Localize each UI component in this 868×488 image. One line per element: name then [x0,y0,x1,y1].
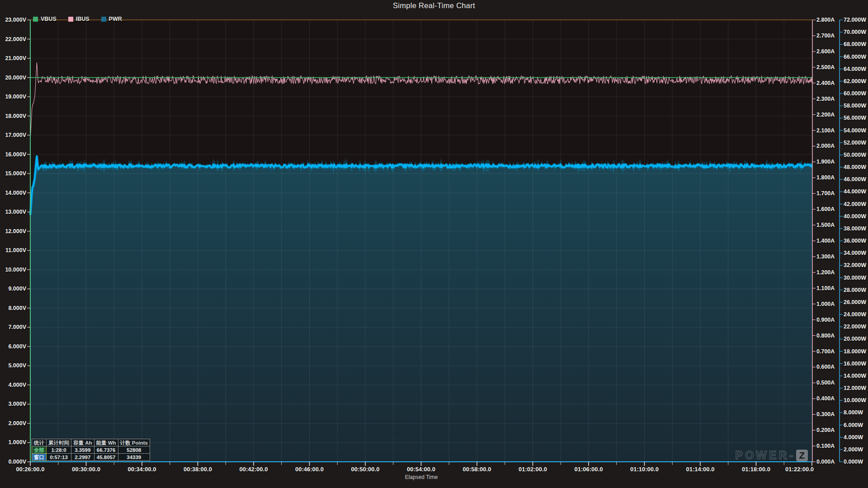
time-tick-label: 00:34:00.0 [128,466,156,473]
legend-label-pwr: PWR [109,16,122,22]
current-tick-label: 0.200A [816,427,835,433]
time-tick-label: 01:14:00.0 [686,466,715,473]
legend-label-vbus: VBUS [41,16,57,22]
current-tick-label: 0.800A [816,333,835,339]
current-tick-label: 2.000A [816,143,835,149]
stats-label-all: 全部 [32,446,47,454]
power-tick-label: 32.000W [844,262,866,268]
legend-item-ibus[interactable]: IBUS [68,16,90,22]
power-tick-label: 56.000W [844,115,866,121]
power-tick-label: 2.000W [844,446,863,453]
legend-item-vbus[interactable]: VBUS [33,16,57,22]
voltage-tick-label: 23.000V [0,17,26,23]
current-tick-label: 0.500A [816,380,835,386]
power-tick-label: 0.000W [844,459,863,465]
power-tick-label: 12.000W [844,385,866,391]
table-header-row: 统计 累计时间 容量 Ah 能量 Wh 计数 Points [32,439,150,446]
power-tick-label: 68.000W [844,41,866,47]
power-tick-label: 34.000W [844,250,866,256]
time-tick-label: 00:54:00.0 [407,466,435,473]
time-tick-label: 00:38:00.0 [184,466,212,473]
current-tick-label: 1.100A [816,285,835,291]
watermark-brand-text: POWER- [735,449,795,462]
plot-canvas[interactable] [0,0,868,488]
power-tick-label: 8.000W [844,409,863,416]
stats-window-time: 0:57:13 [47,454,71,461]
current-tick-label: 1.500A [816,222,835,228]
voltage-tick-label: 21.000V [0,55,26,61]
legend-item-pwr[interactable]: PWR [101,16,122,22]
time-tick-label: 01:06:00.0 [575,466,603,473]
current-tick-label: 0.700A [816,348,835,355]
current-tick-label: 2.600A [816,48,835,55]
current-tick-label: 0.300A [816,411,835,418]
stats-window-energy: 45.8057 [94,454,118,461]
current-tick-label: 1.400A [816,238,835,244]
power-tick-label: 60.000W [844,90,866,97]
current-tick-label: 0.400A [816,395,835,402]
power-tick-label: 36.000W [844,238,866,244]
legend: VBUS IBUS PWR [33,16,122,22]
voltage-tick-label: 3.000V [0,401,26,407]
voltage-tick-label: 8.000V [0,305,26,311]
voltage-tick-label: 6.000V [0,343,26,350]
current-tick-label: 0.900A [816,317,835,323]
voltage-tick-label: 5.000V [0,362,26,369]
power-tick-label: 64.000W [844,66,866,72]
stats-all-points: 52808 [118,446,150,454]
voltage-tick-label: 1.000V [0,439,26,446]
time-tick-label: 01:18:00.0 [742,466,770,473]
voltage-tick-label: 19.000V [0,94,26,100]
time-tick-label: 00:58:00.0 [463,466,491,473]
power-tick-label: 40.000W [844,213,866,220]
ibus-swatch-icon [68,17,73,22]
time-tick-label: 00:26:00.0 [16,466,45,473]
current-tick-label: 1.800A [816,174,835,181]
power-tick-label: 54.000W [844,127,866,134]
power-tick-label: 62.000W [844,78,866,84]
voltage-tick-label: 4.000V [0,382,26,388]
current-tick-label: 0.000A [816,459,835,465]
power-tick-label: 48.000W [844,164,866,170]
power-tick-label: 44.000W [844,188,866,195]
voltage-tick-label: 0.000V [0,459,26,465]
current-tick-label: 1.300A [816,253,835,260]
current-tick-label: 1.600A [816,206,835,212]
stats-header-time: 累计时间 [47,439,71,446]
stats-header-energy: 能量 Wh [94,439,118,446]
voltage-tick-label: 10.000V [0,267,26,273]
voltage-tick-label: 7.000V [0,324,26,330]
statistics-table: 统计 累计时间 容量 Ah 能量 Wh 计数 Points 全部 1:28:0 … [32,439,150,461]
table-row-window: 窗口 0:57:13 2.2997 45.8057 34339 [32,454,150,461]
current-tick-label: 1.000A [816,301,835,307]
current-tick-label: 2.300A [816,96,835,102]
power-tick-label: 66.000W [844,54,866,60]
power-tick-label: 52.000W [844,140,866,146]
table-row-all: 全部 1:28:0 3.3599 66.7376 52808 [32,446,150,454]
time-tick-label: 01:10:00.0 [630,466,659,473]
power-tick-label: 20.000W [844,336,866,342]
current-tick-label: 1.900A [816,159,835,165]
time-tick-label: 00:30:00.0 [72,466,100,473]
voltage-tick-label: 15.000V [0,170,26,177]
voltage-tick-label: 11.000V [0,247,26,253]
power-tick-label: 70.000W [844,29,866,35]
power-tick-label: 18.000W [844,348,866,355]
current-tick-label: 2.700A [816,33,835,39]
current-tick-label: 1.200A [816,269,835,276]
stats-all-energy: 66.7376 [94,446,118,454]
time-tick-label: 01:02:00.0 [519,466,547,473]
stats-header-capacity: 容量 Ah [71,439,94,446]
power-tick-label: 22.000W [844,324,866,330]
time-tick-label: 01:22:00.0 [785,466,814,473]
stats-all-capacity: 3.3599 [71,446,94,454]
voltage-tick-label: 12.000V [0,228,26,235]
power-z-watermark: POWER- Z [735,449,808,462]
watermark-z-logo-icon: Z [796,450,808,461]
power-tick-label: 10.000W [844,397,866,404]
power-tick-label: 58.000W [844,103,866,109]
vbus-swatch-icon [33,17,38,22]
stats-header-stat: 统计 [32,439,47,446]
voltage-tick-label: 14.000V [0,190,26,196]
time-tick-label: 00:46:00.0 [295,466,324,473]
